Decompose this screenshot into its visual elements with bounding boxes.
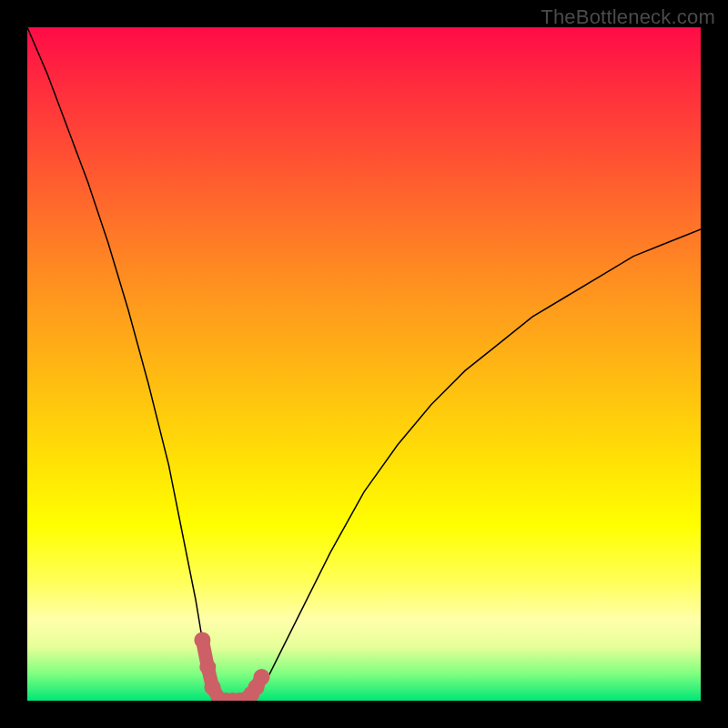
- chart-svg: [27, 27, 701, 701]
- outer-frame: TheBottleneck.com: [0, 0, 728, 728]
- marker-dot: [199, 659, 216, 675]
- plot-area: [27, 27, 701, 701]
- marker-dot: [254, 669, 270, 685]
- watermark-text: TheBottleneck.com: [541, 5, 715, 29]
- highlighted-markers: [194, 632, 269, 701]
- bottleneck-curve: [27, 27, 701, 701]
- marker-dot: [194, 632, 210, 648]
